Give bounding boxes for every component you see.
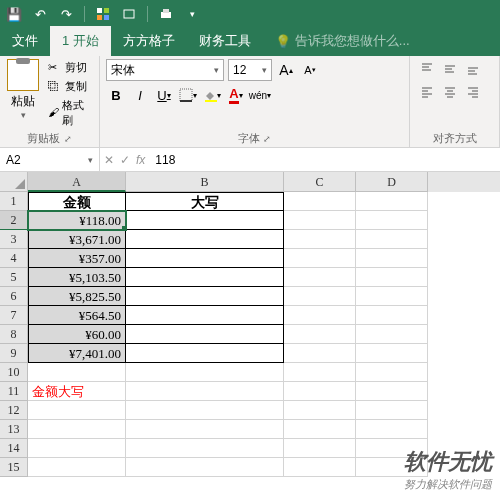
- cell[interactable]: [126, 382, 284, 401]
- cell[interactable]: [284, 230, 356, 249]
- cell[interactable]: [126, 249, 284, 268]
- cell[interactable]: [126, 344, 284, 363]
- align-middle-button[interactable]: [439, 59, 461, 79]
- align-top-button[interactable]: [416, 59, 438, 79]
- cell[interactable]: [28, 363, 126, 382]
- cell[interactable]: [284, 211, 356, 230]
- cell[interactable]: [126, 211, 284, 230]
- row-header[interactable]: 5: [0, 268, 28, 287]
- cell[interactable]: [126, 325, 284, 344]
- cell[interactable]: [356, 230, 428, 249]
- fx-icon[interactable]: fx: [136, 153, 145, 167]
- row-header[interactable]: 6: [0, 287, 28, 306]
- cell[interactable]: 大写: [126, 192, 284, 211]
- cell[interactable]: [356, 211, 428, 230]
- cell[interactable]: [284, 249, 356, 268]
- cell[interactable]: [284, 306, 356, 325]
- qat-print-icon[interactable]: [158, 6, 174, 22]
- border-button[interactable]: ▾: [178, 85, 198, 105]
- cell[interactable]: [356, 192, 428, 211]
- cell[interactable]: [284, 268, 356, 287]
- cell[interactable]: [356, 249, 428, 268]
- paste-button[interactable]: 粘贴 ▾: [6, 59, 41, 129]
- cell[interactable]: [28, 458, 126, 477]
- cell[interactable]: [356, 344, 428, 363]
- select-all-corner[interactable]: [0, 172, 28, 192]
- chevron-down-icon[interactable]: ▾: [262, 65, 267, 75]
- italic-button[interactable]: I: [130, 85, 150, 105]
- name-box[interactable]: A2▾: [0, 148, 100, 171]
- cell[interactable]: [126, 420, 284, 439]
- bold-button[interactable]: B: [106, 85, 126, 105]
- cell[interactable]: [284, 344, 356, 363]
- cell[interactable]: ¥7,401.00: [28, 344, 126, 363]
- cell[interactable]: [284, 420, 356, 439]
- enter-icon[interactable]: ✓: [120, 153, 130, 167]
- cell[interactable]: ¥564.50: [28, 306, 126, 325]
- cell[interactable]: [356, 382, 428, 401]
- fill-color-button[interactable]: ▾: [202, 85, 222, 105]
- cell[interactable]: [28, 439, 126, 458]
- row-header[interactable]: 9: [0, 344, 28, 363]
- col-header-D[interactable]: D: [356, 172, 428, 192]
- row-header[interactable]: 10: [0, 363, 28, 382]
- row-header[interactable]: 3: [0, 230, 28, 249]
- cell[interactable]: ¥5,825.50: [28, 287, 126, 306]
- cell[interactable]: [356, 325, 428, 344]
- row-header[interactable]: 2: [0, 211, 28, 230]
- chevron-down-icon[interactable]: ▾: [88, 155, 93, 165]
- fill-handle[interactable]: [122, 226, 126, 230]
- row-header[interactable]: 13: [0, 420, 28, 439]
- cell[interactable]: [284, 382, 356, 401]
- phonetic-button[interactable]: wén▾: [250, 85, 270, 105]
- chevron-down-icon[interactable]: ▾: [184, 6, 200, 22]
- redo-icon[interactable]: ↷: [58, 6, 74, 22]
- cut-button[interactable]: ✂剪切: [45, 59, 93, 76]
- cell[interactable]: [126, 439, 284, 458]
- cell[interactable]: ¥357.00: [28, 249, 126, 268]
- cell[interactable]: ¥3,671.00: [28, 230, 126, 249]
- qat-custom-2-icon[interactable]: [121, 6, 137, 22]
- cell[interactable]: [28, 401, 126, 420]
- cell[interactable]: [126, 268, 284, 287]
- row-header[interactable]: 1: [0, 192, 28, 211]
- cell[interactable]: [126, 363, 284, 382]
- undo-icon[interactable]: ↶: [32, 6, 48, 22]
- font-name-combo[interactable]: 宋体▾: [106, 59, 224, 81]
- cell[interactable]: ¥5,103.50: [28, 268, 126, 287]
- cell[interactable]: [126, 458, 284, 477]
- qat-custom-1-icon[interactable]: [95, 6, 111, 22]
- format-painter-button[interactable]: 🖌格式刷: [45, 97, 93, 129]
- cell[interactable]: [284, 363, 356, 382]
- cell[interactable]: [356, 268, 428, 287]
- cell[interactable]: [356, 287, 428, 306]
- row-header[interactable]: 8: [0, 325, 28, 344]
- cell[interactable]: [284, 401, 356, 420]
- align-bottom-button[interactable]: [462, 59, 484, 79]
- tab-home[interactable]: 1 开始: [50, 26, 111, 56]
- cell[interactable]: [284, 439, 356, 458]
- col-header-C[interactable]: C: [284, 172, 356, 192]
- underline-button[interactable]: U▾: [154, 85, 174, 105]
- col-header-A[interactable]: A: [28, 172, 126, 192]
- cell[interactable]: [356, 401, 428, 420]
- save-icon[interactable]: 💾: [6, 6, 22, 22]
- tab-file[interactable]: 文件: [0, 26, 50, 56]
- row-header[interactable]: 15: [0, 458, 28, 477]
- cell[interactable]: 金额大写: [28, 382, 126, 401]
- cell[interactable]: [126, 306, 284, 325]
- align-right-button[interactable]: [462, 82, 484, 102]
- chevron-down-icon[interactable]: ▾: [21, 110, 26, 120]
- cell[interactable]: [356, 306, 428, 325]
- tell-me[interactable]: 💡告诉我您想做什么...: [263, 26, 422, 56]
- chevron-down-icon[interactable]: ▾: [214, 65, 219, 75]
- align-center-button[interactable]: [439, 82, 461, 102]
- cell[interactable]: [126, 401, 284, 420]
- row-header[interactable]: 4: [0, 249, 28, 268]
- align-left-button[interactable]: [416, 82, 438, 102]
- cell[interactable]: [356, 363, 428, 382]
- row-header[interactable]: 12: [0, 401, 28, 420]
- cell[interactable]: [28, 420, 126, 439]
- row-header[interactable]: 11: [0, 382, 28, 401]
- cell[interactable]: [284, 287, 356, 306]
